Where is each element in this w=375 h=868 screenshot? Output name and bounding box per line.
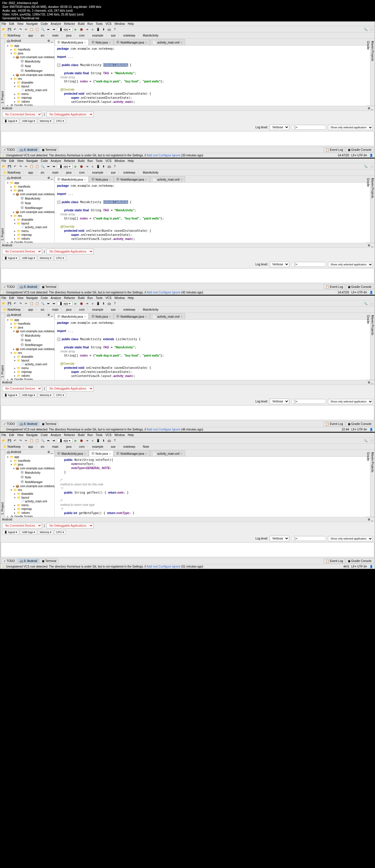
tool-window-tab[interactable]: 1: Project <box>0 176 5 243</box>
toolbar-icon[interactable]: 📂 <box>1 27 6 32</box>
menu-item[interactable]: View <box>17 159 23 162</box>
status-links[interactable]: Add root Configure Ignore <box>147 565 180 568</box>
tool-window-tab[interactable]: 7: Structure <box>0 38 0 106</box>
tree-item[interactable]: ▾ 📁 app <box>5 318 54 322</box>
menu-item[interactable]: View <box>17 22 23 25</box>
close-icon[interactable]: × <box>181 41 182 44</box>
toolbar-icon[interactable]: ↷ <box>18 27 23 32</box>
adb-tab[interactable]: Memory ▾ <box>38 393 54 398</box>
menu-item[interactable]: File <box>1 22 6 25</box>
run-config-select[interactable]: 📱 app ▾ <box>57 164 73 168</box>
toolbar-icon[interactable]: ➡ <box>52 164 56 168</box>
tree-item[interactable]: ▾ 📁 res <box>5 214 54 218</box>
tree-arrow-icon[interactable]: ▾ <box>13 85 16 88</box>
tree-item[interactable]: ▸ 📁 values <box>5 100 54 103</box>
gear-icon[interactable]: ⚙ ⎯ <box>48 39 53 42</box>
menu-item[interactable]: Build <box>78 296 85 300</box>
menu-item[interactable]: Help <box>128 433 134 437</box>
toolbar-icon[interactable]: 💾 <box>7 301 12 306</box>
toolbar-icon[interactable]: ✂ <box>24 27 28 32</box>
tree-item[interactable]: ▸ 📦 com.example.sue.notekeep (androidTes… <box>5 73 54 77</box>
tree-item[interactable]: ▸ 📁 mipmap <box>5 96 54 100</box>
attach-icon[interactable]: ⇥ <box>85 27 89 32</box>
tree-item[interactable]: ▸ 📁 manifests <box>5 48 54 52</box>
log-level-select[interactable]: Verbose <box>270 399 289 404</box>
sdk-icon[interactable]: ⬇ <box>101 438 106 443</box>
tree-arrow-icon[interactable]: ▾ <box>10 326 12 329</box>
help-icon[interactable]: ? <box>112 438 117 443</box>
search-icon[interactable]: 🔍 <box>363 301 368 306</box>
close-icon[interactable]: × <box>181 452 182 455</box>
tree-arrow-icon[interactable]: ▾ <box>10 52 12 55</box>
menu-item[interactable]: Refactor <box>64 159 75 162</box>
menu-item[interactable]: Analyze <box>51 296 61 300</box>
toolbar-icon[interactable]: 📋 <box>29 164 34 168</box>
tree-item[interactable]: ▾ 📁 res <box>5 351 54 355</box>
device-select[interactable]: No Connected Devices <box>2 386 42 391</box>
tree-item[interactable]: ▸ 📦 com.example.sue.notekeep (androidTes… <box>5 484 54 488</box>
breadcrumb-item[interactable]: com <box>78 34 86 37</box>
close-icon[interactable]: × <box>84 41 86 44</box>
terminal-tab[interactable]: ▣ Terminal <box>40 422 58 426</box>
breadcrumb-item[interactable]: sue <box>110 34 117 37</box>
close-icon[interactable]: × <box>181 315 182 318</box>
tree-item[interactable]: Ⓒ NoteManager <box>5 479 54 484</box>
menu-item[interactable]: Run <box>87 159 93 162</box>
tree-item[interactable]: ▾ 📦 com.example.sue.notekeep <box>5 192 54 196</box>
gear-icon[interactable]: ⚙ ⎯ <box>368 244 373 247</box>
tree-item[interactable]: ▸ 📁 mipmap <box>5 233 54 237</box>
menu-item[interactable]: Navigate <box>26 22 38 25</box>
toolbar-icon[interactable]: 📋 <box>35 438 39 443</box>
tree-arrow-icon[interactable]: ▾ <box>13 359 16 362</box>
tree-arrow-icon[interactable]: ▸ <box>13 347 15 351</box>
event-log-tab[interactable]: 📋 Event Log <box>323 284 345 289</box>
device-select[interactable]: No Connected Devices <box>2 112 42 117</box>
tree-item[interactable]: ▸ 📁 drawable <box>5 218 54 221</box>
tree-arrow-icon[interactable]: ▸ <box>6 104 9 106</box>
search-icon[interactable]: 🔍 <box>363 164 368 168</box>
breadcrumb-item[interactable]: java <box>65 445 73 448</box>
editor-tab[interactable]: 📄 activity_main.xml × <box>150 176 185 182</box>
encoding-indicator[interactable]: LF≠ UTF-8≠ <box>351 291 367 294</box>
global-icon[interactable]: ⬜ <box>369 301 374 306</box>
breadcrumb-item[interactable]: sue <box>110 445 117 448</box>
tree-arrow-icon[interactable]: ▸ <box>6 378 9 380</box>
menu-item[interactable]: Navigate <box>26 159 38 162</box>
tree-item[interactable]: ▾ 📁 java <box>5 326 54 329</box>
breadcrumb-item[interactable]: notekeep <box>122 308 136 312</box>
tool-window-tab[interactable]: Gradle <box>366 176 370 243</box>
menu-item[interactable]: Edit <box>9 433 14 437</box>
toolbar-icon[interactable]: 📂 <box>1 164 6 168</box>
menu-item[interactable]: VCS <box>106 159 112 162</box>
tree-arrow-icon[interactable]: ▸ <box>10 185 12 188</box>
tree-item[interactable]: ▾ 📁 layout <box>5 496 54 499</box>
monitor-icon[interactable]: 🤖 <box>107 438 111 443</box>
debug-icon[interactable]: 🐞 <box>79 301 84 306</box>
menu-item[interactable]: Refactor <box>64 296 75 300</box>
editor-tab[interactable]: 📄 activity_main.xml × <box>150 451 185 457</box>
tree-item[interactable]: ▾ 📁 layout <box>5 85 54 88</box>
run-config-select[interactable]: 📱 app ▾ <box>57 438 73 443</box>
tree-arrow-icon[interactable]: ▸ <box>6 515 9 517</box>
avd-icon[interactable]: 📱 <box>96 164 100 168</box>
editor-tab[interactable]: Ⓒ Note.java × <box>89 451 114 457</box>
tree-arrow-icon[interactable]: ▾ <box>13 56 15 59</box>
tree-arrow-icon[interactable]: ▾ <box>10 189 12 192</box>
tree-item[interactable]: ▾ 📦 com.example.sue.notekeep <box>5 466 54 470</box>
breadcrumb-item[interactable]: app <box>27 445 34 448</box>
tool-window-tab[interactable]: 7: Structure <box>0 176 0 243</box>
tree-arrow-icon[interactable]: ▸ <box>13 355 16 358</box>
tree-arrow-icon[interactable]: ▸ <box>13 210 15 214</box>
adb-tab[interactable]: 📱 logcat ▾ <box>2 530 19 534</box>
tree-arrow-icon[interactable]: ▸ <box>13 367 16 370</box>
tree-arrow-icon[interactable]: ▾ <box>10 214 12 217</box>
toolbar-icon[interactable]: ✂ <box>24 438 28 443</box>
log-output[interactable] <box>1 542 374 557</box>
tree-arrow-icon[interactable]: ▾ <box>10 77 12 81</box>
stop-icon[interactable]: ■ <box>90 438 95 443</box>
menu-item[interactable]: VCS <box>106 433 112 437</box>
tool-window-tab[interactable]: Gradle <box>366 450 370 517</box>
override-gutter-icon[interactable] <box>57 200 61 204</box>
tree-item[interactable]: ▾ 📦 com.example.sue.notekeep <box>5 329 54 333</box>
toolbar-icon[interactable]: 📂 <box>1 438 6 443</box>
